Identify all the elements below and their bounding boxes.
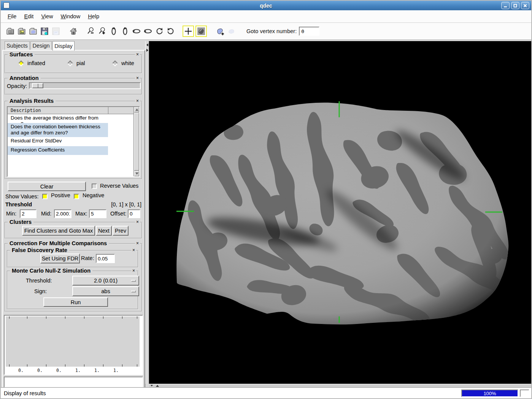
scroll-glyph-icon xyxy=(151,385,153,386)
tab-scroll-left-icon[interactable] xyxy=(146,43,148,46)
negative-label[interactable]: Negative xyxy=(83,192,104,198)
find-clusters-button[interactable]: Find Clusters and Goto Max xyxy=(22,226,95,236)
save-label-button-disabled xyxy=(50,25,62,37)
threshold-offset-input[interactable] xyxy=(128,209,140,218)
rotate-down-button[interactable] xyxy=(142,25,154,37)
menu-help[interactable]: Help xyxy=(85,12,104,21)
radio-pial-label[interactable]: pial xyxy=(76,60,85,66)
minimize-button[interactable] xyxy=(501,2,510,9)
scroll-down-icon[interactable] xyxy=(134,171,139,176)
threshold-min-input[interactable] xyxy=(20,209,37,218)
reverse-values-label[interactable]: Reverse Values xyxy=(100,183,138,189)
histogram-plot-area xyxy=(6,316,140,367)
radio-pial[interactable] xyxy=(67,61,73,67)
correction-frame: Correction For Multiple Comparisons × Fa… xyxy=(5,243,142,312)
rotate-up-button[interactable] xyxy=(131,25,142,37)
home-button[interactable] xyxy=(68,25,79,37)
zoom-in-button[interactable] xyxy=(97,25,108,37)
prev-cluster-button[interactable]: Prev xyxy=(113,226,129,236)
add-selection-label-button[interactable] xyxy=(214,25,226,37)
scrollbar-thumb[interactable] xyxy=(134,113,139,171)
titlebar[interactable]: qdec xyxy=(1,1,531,10)
crosshair-icon xyxy=(184,27,193,36)
correction-close-button[interactable]: × xyxy=(135,241,140,246)
threshold-max-input[interactable] xyxy=(89,209,106,218)
menu-edit[interactable]: Edit xyxy=(21,12,38,21)
x-tick-label: 1. xyxy=(113,368,119,373)
clear-button[interactable]: Clear xyxy=(8,182,86,191)
clusters-close-button[interactable]: × xyxy=(135,219,140,225)
show-curvature-toggle[interactable] xyxy=(195,26,207,37)
add-selection-label-icon xyxy=(216,27,225,36)
x-tick-label: 0. xyxy=(37,368,43,373)
fdr-title: False Discovery Rate xyxy=(10,247,69,253)
threshold-title: Threshold xyxy=(5,201,32,207)
rotate-counterclockwise-button[interactable] xyxy=(154,25,165,37)
positive-checkbox[interactable] xyxy=(42,194,48,199)
rotate-clockwise-button[interactable] xyxy=(165,25,176,37)
status-text: Display of results xyxy=(4,390,531,396)
goto-vertex-input[interactable] xyxy=(299,27,319,36)
reverse-values-checkbox[interactable] xyxy=(92,184,97,189)
radio-white-label[interactable]: white xyxy=(121,60,134,66)
list-scrollbar[interactable] xyxy=(133,107,139,176)
threshold-mid-input[interactable] xyxy=(54,209,71,218)
monte-carlo-close-button[interactable]: × xyxy=(131,268,136,273)
zoom-out-button[interactable] xyxy=(85,25,97,37)
rotate-left-button[interactable] xyxy=(108,25,119,37)
save-data-table-button[interactable] xyxy=(39,25,50,37)
mc-sign-dropdown[interactable]: abs xyxy=(72,286,139,296)
annotation-frame: Annotation × Opacity: xyxy=(5,78,142,95)
mc-threshold-dropdown[interactable]: 2.0 (0.01) xyxy=(72,276,139,286)
scroll-up-icon[interactable] xyxy=(134,107,139,112)
menu-window[interactable]: Window xyxy=(58,12,85,21)
set-using-fdr-button[interactable]: Set Using FDR xyxy=(40,254,80,263)
menu-view[interactable]: View xyxy=(38,12,57,21)
radio-inflated[interactable] xyxy=(18,61,24,67)
surface-render-view[interactable] xyxy=(149,41,532,384)
fdr-close-button[interactable]: × xyxy=(131,247,136,253)
show-cursor-toggle[interactable] xyxy=(183,26,194,37)
load-label-icon xyxy=(29,27,38,36)
load-label-button[interactable] xyxy=(27,25,39,37)
opacity-slider[interactable] xyxy=(29,82,141,89)
pane-sash[interactable] xyxy=(145,41,149,384)
negative-checkbox[interactable] xyxy=(74,194,79,199)
next-cluster-button[interactable]: Next xyxy=(96,226,112,236)
rotate-right-button[interactable] xyxy=(119,25,131,37)
close-button[interactable] xyxy=(521,2,529,9)
window-icon xyxy=(3,2,10,8)
analysis-results-close-button[interactable]: × xyxy=(135,98,140,104)
positive-label[interactable]: Positive xyxy=(51,192,70,198)
display-tab-panel: Surfaces × inflated pial white Annotatio… xyxy=(2,50,145,388)
annotation-close-button[interactable]: × xyxy=(135,75,140,81)
mc-run-button[interactable]: Run xyxy=(43,297,108,307)
tab-subjects[interactable]: Subjects xyxy=(5,41,30,50)
radio-white[interactable] xyxy=(112,61,118,67)
fdr-rate-input[interactable] xyxy=(96,254,115,263)
analysis-results-list: Description Does the average thickness d… xyxy=(7,106,140,177)
list-item[interactable]: Residual Error StdDev xyxy=(8,137,139,146)
progress-bar: 100% xyxy=(461,389,518,397)
tab-scroll-right-icon[interactable] xyxy=(146,49,148,52)
maximize-button[interactable] xyxy=(511,2,519,9)
x-tick-label: 0. xyxy=(56,368,62,373)
rotate-down-icon xyxy=(143,27,152,36)
save-data-table-icon xyxy=(40,27,49,36)
menu-file[interactable]: File xyxy=(5,12,21,21)
load-data-table-button[interactable] xyxy=(5,25,16,37)
view-horizontal-scrollbar[interactable] xyxy=(149,384,532,387)
tab-display[interactable]: Display xyxy=(52,41,75,51)
load-project-file-button[interactable] xyxy=(16,25,27,37)
opacity-slider-handle[interactable] xyxy=(32,83,43,88)
resize-grip[interactable] xyxy=(520,389,529,397)
radio-inflated-label[interactable]: inflated xyxy=(27,60,45,66)
list-item[interactable]: Regression Coefficients xyxy=(8,146,139,155)
list-column-header: Description xyxy=(8,107,139,114)
list-item[interactable]: Does the correlation between thickness a… xyxy=(8,123,139,137)
rotate-up-icon xyxy=(132,27,141,36)
tab-design[interactable]: Design xyxy=(30,41,52,50)
rotate-left-icon xyxy=(109,27,118,36)
surfaces-close-button[interactable]: × xyxy=(135,52,140,57)
list-item[interactable]: Does the average thickness differ from z… xyxy=(8,114,139,123)
